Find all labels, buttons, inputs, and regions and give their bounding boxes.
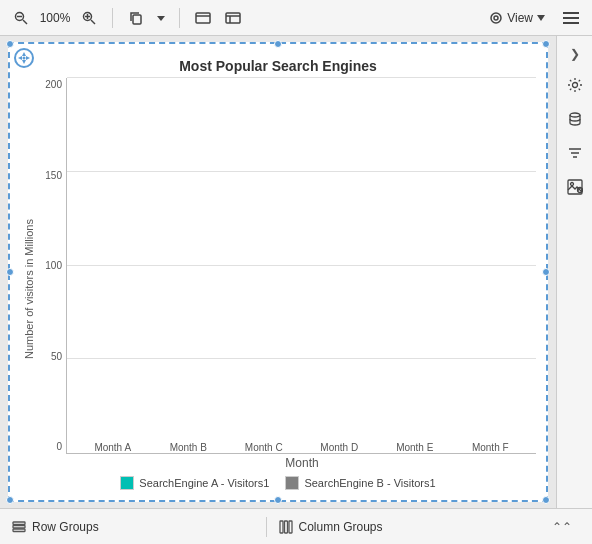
plot-canvas: Month AMonth BMonth CMonth DMonth EMonth… [66,78,536,454]
legend-color-a [120,476,134,490]
svg-marker-20 [22,52,26,56]
right-sidebar: ❯ [556,36,592,508]
svg-rect-7 [133,15,141,24]
view-label: View [507,11,533,25]
y-tick-50: 50 [38,352,66,362]
toolbar-separator-1 [112,8,113,28]
handle-bottom-left[interactable] [6,496,14,504]
row-groups-item[interactable]: Row Groups [0,520,266,534]
page-width-button[interactable] [190,5,216,31]
svg-point-14 [491,13,501,23]
bar-label-2: Month C [245,442,283,453]
bar-group-3: Month D [318,438,360,453]
zoom-out-button[interactable] [8,5,34,31]
collapse-button[interactable]: ⌃⌃ [552,520,572,534]
toolbar: 100% [0,0,592,36]
chart-container[interactable]: Most Popular Search Engines Number of vi… [8,42,548,502]
y-tick-0: 0 [38,442,66,452]
handle-top-center[interactable] [274,40,282,48]
bar-label-4: Month E [396,442,433,453]
column-groups-label: Column Groups [299,520,383,534]
zoom-percent: 100% [38,11,72,25]
svg-rect-9 [196,13,210,23]
svg-point-28 [570,183,573,186]
y-tick-100: 100 [38,261,66,271]
chart-plot-area: 0 50 100 150 200 [38,78,536,470]
view-button[interactable]: View [482,8,552,28]
svg-rect-33 [280,521,283,533]
row-groups-label: Row Groups [32,520,99,534]
bar-label-0: Month A [94,442,131,453]
svg-rect-11 [226,13,240,23]
y-ticks: 0 50 100 150 200 [38,78,66,454]
handle-middle-right[interactable] [542,268,550,276]
legend-item-b: SearchEngine B - Visitors1 [285,476,435,490]
bar-group-1: Month B [167,438,209,453]
sidebar-image-settings-icon[interactable] [562,174,588,200]
chart-body: Number of visitors in Millions 0 50 100 … [20,78,536,470]
y-axis-label: Number of visitors in Millions [20,78,38,470]
sidebar-settings-icon[interactable] [562,72,588,98]
svg-marker-8 [157,16,165,21]
svg-marker-23 [26,56,30,60]
y-tick-150: 150 [38,171,66,181]
svg-point-25 [572,83,577,88]
x-axis-title: Month [38,456,536,470]
legend-item-a: SearchEngine A - Visitors1 [120,476,269,490]
column-groups-item[interactable]: Column Groups [267,520,533,534]
sidebar-filter-icon[interactable] [562,140,588,166]
svg-rect-18 [563,17,579,19]
handle-top-left[interactable] [6,40,14,48]
row-groups-icon [12,520,26,534]
copy-dropdown-button[interactable] [153,5,169,31]
svg-rect-19 [563,22,579,24]
bar-label-3: Month D [320,442,358,453]
svg-marker-22 [18,56,22,60]
sidebar-database-icon[interactable] [562,106,588,132]
sidebar-collapse-arrow[interactable]: ❯ [565,44,585,64]
bar-label-1: Month B [170,442,207,453]
hamburger-icon [563,12,579,24]
chart-title: Most Popular Search Engines [179,58,377,74]
legend: SearchEngine A - Visitors1 SearchEngine … [120,476,435,490]
menu-button[interactable] [558,5,584,31]
column-groups-icon [279,520,293,534]
svg-point-26 [570,113,580,117]
legend-label-b: SearchEngine B - Visitors1 [304,477,435,489]
y-tick-200: 200 [38,80,66,90]
page-controls [190,5,246,31]
status-bar-right: ⌃⌃ [532,520,592,534]
toolbar-separator-2 [179,8,180,28]
main-area: Most Popular Search Engines Number of vi… [0,36,592,508]
bar-label-5: Month F [472,442,509,453]
bar-group-0: Month A [92,438,134,453]
bar-group-4: Month E [394,438,436,453]
svg-rect-32 [13,529,25,532]
view-icon [489,11,503,25]
zoom-in-button[interactable] [76,5,102,31]
handle-bottom-right[interactable] [542,496,550,504]
handle-middle-left[interactable] [6,268,14,276]
handle-bottom-center[interactable] [274,496,282,504]
canvas-area: Most Popular Search Engines Number of vi… [0,36,556,508]
svg-rect-31 [13,525,25,528]
svg-rect-34 [284,521,287,533]
page-fit-button[interactable] [220,5,246,31]
bar-group-2: Month C [243,438,285,453]
legend-color-b [285,476,299,490]
move-handle[interactable] [14,48,34,68]
svg-line-4 [91,20,95,24]
svg-marker-21 [22,60,26,64]
copy-button[interactable] [123,5,149,31]
bars-area: Month AMonth BMonth CMonth DMonth EMonth… [67,78,536,453]
view-dropdown-icon [537,15,545,21]
chart-inner: Most Popular Search Engines Number of vi… [20,54,536,490]
svg-rect-17 [563,12,579,14]
legend-label-a: SearchEngine A - Visitors1 [139,477,269,489]
svg-rect-35 [289,521,292,533]
zoom-controls: 100% [8,5,102,31]
handle-top-right[interactable] [542,40,550,48]
svg-point-24 [23,57,26,60]
svg-rect-30 [13,522,25,525]
status-bar: Row Groups Column Groups ⌃⌃ [0,508,592,544]
